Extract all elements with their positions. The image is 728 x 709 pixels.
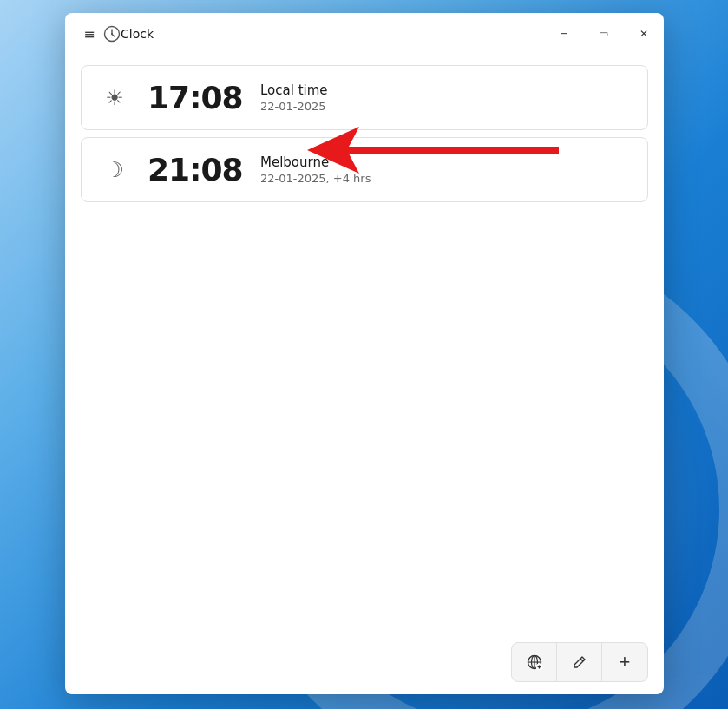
maximize-icon: ▭ [599,28,608,40]
close-icon: ✕ [639,28,648,40]
minimize-icon: ─ [561,28,567,40]
clock-list: ☀ 17:08 Local time 22-01-2025 ☽ 21:08 Me… [65,55,664,632]
moon-icon: ☽ [99,158,130,182]
add-button[interactable]: + [602,643,647,681]
melbourne-label: Melbourne [260,154,371,170]
edit-zones-button[interactable] [512,643,557,681]
app-icon [103,25,121,43]
toolbar-button-group: + [511,642,648,682]
close-button[interactable]: ✕ [624,20,664,48]
melbourne-info: Melbourne 22-01-2025, +4 hrs [260,154,371,185]
minimize-button[interactable]: ─ [544,20,584,48]
local-time-label: Local time [260,82,328,98]
melbourne-card[interactable]: ☽ 21:08 Melbourne 22-01-2025, +4 hrs [81,137,648,202]
bottom-toolbar: + [65,632,664,694]
pencil-icon [572,654,587,670]
local-time-date: 22-01-2025 [260,100,328,113]
sun-icon: ☀ [99,86,130,110]
window-title: Clock [121,27,544,41]
svg-point-3 [111,33,113,35]
maximize-button[interactable]: ▭ [584,20,624,48]
hamburger-menu-button[interactable]: ≡ [75,20,103,48]
clock-window: ≡ Clock ─ ▭ ✕ ☀ 17:08 Loca [65,13,664,694]
window-controls: ─ ▭ ✕ [544,20,664,48]
local-time-display: 17:08 [148,80,243,115]
melbourne-time-display: 21:08 [148,152,243,187]
svg-line-12 [580,659,583,661]
edit-zones-icon [526,653,543,671]
melbourne-date: 22-01-2025, +4 hrs [260,172,371,185]
local-time-info: Local time 22-01-2025 [260,82,328,113]
local-time-card[interactable]: ☀ 17:08 Local time 22-01-2025 [81,65,648,130]
add-icon: + [620,653,631,672]
hamburger-icon: ≡ [83,26,95,43]
titlebar: ≡ Clock ─ ▭ ✕ [65,13,664,55]
edit-button[interactable] [557,643,602,681]
